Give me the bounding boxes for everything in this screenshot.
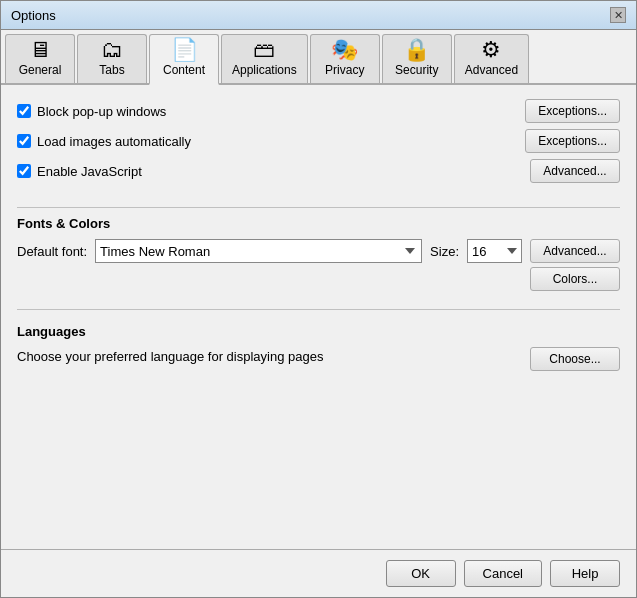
languages-desc: Choose your preferred language for displ… bbox=[17, 349, 323, 364]
load-images-left: Load images automatically bbox=[17, 134, 191, 149]
privacy-icon: 🎭 bbox=[331, 39, 358, 61]
font-row: Default font: Times New Roman Arial Helv… bbox=[17, 239, 522, 263]
languages-section-label: Languages bbox=[17, 324, 620, 339]
fonts-advanced-button[interactable]: Advanced... bbox=[530, 239, 620, 263]
languages-choose-button[interactable]: Choose... bbox=[530, 347, 620, 371]
tab-general[interactable]: 🖥 General bbox=[5, 34, 75, 83]
divider-2 bbox=[17, 309, 620, 310]
block-popup-left: Block pop-up windows bbox=[17, 104, 166, 119]
enable-js-row: Enable JavaScript Advanced... bbox=[17, 159, 620, 183]
tab-tabs[interactable]: 🗂 Tabs bbox=[77, 34, 147, 83]
tab-advanced-label: Advanced bbox=[465, 63, 518, 77]
help-button[interactable]: Help bbox=[550, 560, 620, 587]
tab-content[interactable]: 📄 Content bbox=[149, 34, 219, 85]
content-icon: 📄 bbox=[171, 39, 198, 61]
size-label: Size: bbox=[430, 244, 459, 259]
options-dialog: Options ✕ 🖥 General 🗂 Tabs 📄 Content 🗃 A… bbox=[0, 0, 637, 598]
dialog-footer: OK Cancel Help bbox=[1, 549, 636, 597]
tab-content-label: Content bbox=[163, 63, 205, 77]
tab-general-label: General bbox=[19, 63, 62, 77]
block-popup-checkbox[interactable] bbox=[17, 104, 31, 118]
tabs-bar: 🖥 General 🗂 Tabs 📄 Content 🗃 Application… bbox=[1, 30, 636, 85]
enable-js-advanced-button[interactable]: Advanced... bbox=[530, 159, 620, 183]
fonts-section: Fonts & Colors Default font: Times New R… bbox=[17, 216, 620, 291]
applications-icon: 🗃 bbox=[253, 39, 275, 61]
fonts-section-label: Fonts & Colors bbox=[17, 216, 620, 231]
enable-js-checkbox[interactable] bbox=[17, 164, 31, 178]
security-icon: 🔒 bbox=[403, 39, 430, 61]
font-buttons: Advanced... Colors... bbox=[530, 239, 620, 291]
close-button[interactable]: ✕ bbox=[610, 7, 626, 23]
ok-button[interactable]: OK bbox=[386, 560, 456, 587]
tabs-icon: 🗂 bbox=[101, 39, 123, 61]
block-popup-exceptions-button[interactable]: Exceptions... bbox=[525, 99, 620, 123]
tab-security-label: Security bbox=[395, 63, 438, 77]
tab-privacy[interactable]: 🎭 Privacy bbox=[310, 34, 380, 83]
load-images-row: Load images automatically Exceptions... bbox=[17, 129, 620, 153]
content-panel: Block pop-up windows Exceptions... Load … bbox=[1, 85, 636, 549]
tab-advanced[interactable]: ⚙ Advanced bbox=[454, 34, 529, 83]
advanced-icon: ⚙ bbox=[481, 39, 501, 61]
cancel-button[interactable]: Cancel bbox=[464, 560, 542, 587]
languages-row: Choose your preferred language for displ… bbox=[17, 347, 620, 371]
popup-section: Block pop-up windows Exceptions... Load … bbox=[17, 99, 620, 189]
load-images-label: Load images automatically bbox=[37, 134, 191, 149]
tab-applications-label: Applications bbox=[232, 63, 297, 77]
tab-tabs-label: Tabs bbox=[99, 63, 124, 77]
dialog-title: Options bbox=[11, 8, 56, 23]
divider-1 bbox=[17, 207, 620, 208]
load-images-checkbox[interactable] bbox=[17, 134, 31, 148]
tab-applications[interactable]: 🗃 Applications bbox=[221, 34, 308, 83]
block-popup-row: Block pop-up windows Exceptions... bbox=[17, 99, 620, 123]
block-popup-label: Block pop-up windows bbox=[37, 104, 166, 119]
size-select[interactable]: 12 14 16 18 20 bbox=[467, 239, 522, 263]
load-images-exceptions-button[interactable]: Exceptions... bbox=[525, 129, 620, 153]
tab-privacy-label: Privacy bbox=[325, 63, 364, 77]
tab-security[interactable]: 🔒 Security bbox=[382, 34, 452, 83]
titlebar: Options ✕ bbox=[1, 1, 636, 30]
colors-button[interactable]: Colors... bbox=[530, 267, 620, 291]
general-icon: 🖥 bbox=[29, 39, 51, 61]
font-label: Default font: bbox=[17, 244, 87, 259]
enable-js-label: Enable JavaScript bbox=[37, 164, 142, 179]
languages-section: Languages Choose your preferred language… bbox=[17, 324, 620, 371]
font-select[interactable]: Times New Roman Arial Helvetica bbox=[95, 239, 422, 263]
enable-js-left: Enable JavaScript bbox=[17, 164, 142, 179]
